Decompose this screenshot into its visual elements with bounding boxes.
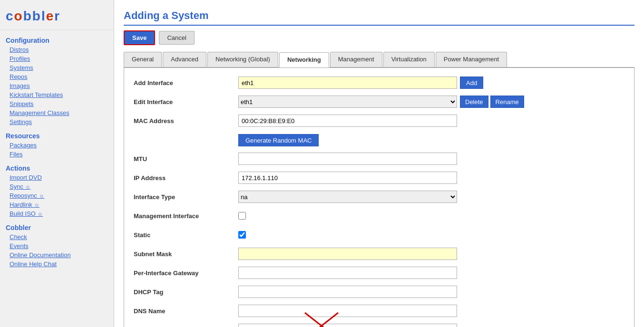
static-routes-input[interactable] bbox=[238, 324, 457, 327]
edit-interface-label: Edit Interface bbox=[134, 98, 238, 106]
tab-advanced[interactable]: Advanced bbox=[163, 52, 206, 67]
configuration-title: Configuration bbox=[0, 34, 114, 45]
main-content: Adding a System Save Cancel General Adva… bbox=[114, 0, 644, 327]
sidebar-item-management-classes[interactable]: Management Classes bbox=[0, 108, 114, 117]
tab-networking[interactable]: Networking bbox=[279, 52, 329, 67]
add-interface-label: Add Interface bbox=[134, 79, 238, 87]
add-interface-row: Add Interface Add bbox=[134, 76, 624, 90]
sidebar-item-settings[interactable]: Settings bbox=[0, 117, 114, 126]
ip-address-row: IP Address bbox=[134, 171, 624, 185]
cobbler-section: Cobbler Check Events Online Documentatio… bbox=[0, 221, 114, 269]
sidebar-item-sync[interactable]: Sync ☼ bbox=[0, 182, 114, 191]
sidebar-item-import-dvd[interactable]: Import DVD bbox=[0, 173, 114, 182]
dns-name-row: DNS Name bbox=[134, 304, 624, 318]
mtu-row: MTU bbox=[134, 152, 624, 166]
sidebar-item-online-help-chat[interactable]: Online Help Chat bbox=[0, 260, 114, 269]
page-title: Adding a System bbox=[124, 10, 634, 26]
tab-management[interactable]: Management bbox=[330, 52, 382, 67]
sidebar-item-events[interactable]: Events bbox=[0, 241, 114, 250]
sidebar-item-check[interactable]: Check bbox=[0, 232, 114, 241]
ip-address-input[interactable] bbox=[238, 172, 457, 184]
tab-virtualization[interactable]: Virtualization bbox=[383, 52, 435, 67]
cobbler-logo: cobbler bbox=[6, 9, 108, 24]
per-interface-gateway-row: Per-Interface Gateway bbox=[134, 266, 624, 280]
ip-address-label: IP Address bbox=[134, 174, 238, 182]
mac-address-input[interactable] bbox=[238, 115, 457, 127]
tab-networking-global[interactable]: Networking (Global) bbox=[207, 52, 278, 67]
mac-address-label: MAC Address bbox=[134, 117, 238, 125]
add-button[interactable]: Add bbox=[460, 77, 483, 89]
actions-section: Actions Import DVD Sync ☼ Reposync ☼ Har… bbox=[0, 162, 114, 218]
sidebar-item-build-iso[interactable]: Build ISO ☼ bbox=[0, 209, 114, 218]
mtu-label: MTU bbox=[134, 155, 238, 163]
per-interface-gateway-input[interactable] bbox=[238, 267, 457, 279]
sidebar: cobbler Configuration Distros Profiles S… bbox=[0, 0, 114, 327]
sidebar-item-profiles[interactable]: Profiles bbox=[0, 54, 114, 63]
management-interface-label: Management Interface bbox=[134, 212, 238, 220]
mtu-input[interactable] bbox=[238, 153, 457, 165]
subnet-mask-label: Subnet Mask bbox=[134, 250, 238, 258]
dns-name-input[interactable] bbox=[238, 305, 457, 317]
dhcp-tag-input[interactable] bbox=[238, 286, 457, 298]
edit-interface-select[interactable]: eth1 bbox=[238, 96, 457, 108]
sidebar-item-files[interactable]: Files bbox=[0, 150, 114, 159]
management-interface-checkbox[interactable] bbox=[238, 212, 246, 220]
static-label: Static bbox=[134, 231, 238, 239]
sidebar-item-repos[interactable]: Repos bbox=[0, 72, 114, 81]
rename-button[interactable]: Rename bbox=[490, 96, 524, 108]
sidebar-item-kickstart-templates[interactable]: Kickstart Templates bbox=[0, 90, 114, 99]
sidebar-item-systems[interactable]: Systems bbox=[0, 63, 114, 72]
logo-area: cobbler bbox=[0, 5, 114, 30]
sidebar-item-reposync[interactable]: Reposync ☼ bbox=[0, 191, 114, 200]
tab-general[interactable]: General bbox=[124, 52, 162, 67]
cobbler-title: Cobbler bbox=[0, 221, 114, 232]
resources-title: Resources bbox=[0, 129, 114, 141]
mac-address-row: MAC Address bbox=[134, 114, 624, 128]
edit-interface-row: Edit Interface eth1 Delete Rename bbox=[134, 95, 624, 109]
dhcp-tag-row: DHCP Tag bbox=[134, 285, 624, 299]
sidebar-item-packages[interactable]: Packages bbox=[0, 141, 114, 150]
sidebar-item-online-docs[interactable]: Online Documentation bbox=[0, 250, 114, 260]
configuration-section: Configuration Distros Profiles Systems R… bbox=[0, 34, 114, 126]
interface-type-label: Interface Type bbox=[134, 193, 238, 201]
tab-power-management[interactable]: Power Management bbox=[436, 52, 507, 67]
dhcp-tag-label: DHCP Tag bbox=[134, 289, 238, 296]
generate-mac-button[interactable]: Generate Random MAC bbox=[238, 134, 319, 146]
static-routes-row: Static Routes bbox=[134, 323, 624, 327]
sidebar-item-distros[interactable]: Distros bbox=[0, 45, 114, 54]
add-interface-input[interactable] bbox=[238, 77, 457, 89]
delete-button[interactable]: Delete bbox=[460, 96, 488, 108]
interface-type-row: Interface Type na bond bond_slave bridge… bbox=[134, 190, 624, 204]
management-interface-row: Management Interface bbox=[134, 209, 624, 223]
static-row: Static bbox=[134, 228, 624, 242]
resources-section: Resources Packages Files bbox=[0, 129, 114, 159]
actions-title: Actions bbox=[0, 162, 114, 173]
sidebar-item-images[interactable]: Images bbox=[0, 81, 114, 90]
subnet-mask-row: Subnet Mask bbox=[134, 247, 624, 261]
sidebar-item-snippets[interactable]: Snippets bbox=[0, 99, 114, 108]
interface-type-select[interactable]: na bond bond_slave bridge bridge_slave b… bbox=[238, 191, 457, 203]
save-button[interactable]: Save bbox=[124, 30, 155, 45]
tab-bar: General Advanced Networking (Global) Net… bbox=[124, 52, 634, 68]
per-interface-gateway-label: Per-Interface Gateway bbox=[134, 269, 238, 277]
static-checkbox[interactable] bbox=[238, 231, 246, 239]
generate-mac-row: Generate Random MAC bbox=[134, 133, 624, 147]
cancel-button[interactable]: Cancel bbox=[159, 31, 194, 45]
action-bar: Save Cancel bbox=[124, 30, 634, 45]
sidebar-item-hardlink[interactable]: Hardlink ☼ bbox=[0, 200, 114, 209]
subnet-mask-input[interactable] bbox=[238, 248, 457, 260]
form-area: Add Interface Add Edit Interface eth1 De… bbox=[124, 68, 634, 327]
dns-name-label: DNS Name bbox=[134, 308, 238, 315]
